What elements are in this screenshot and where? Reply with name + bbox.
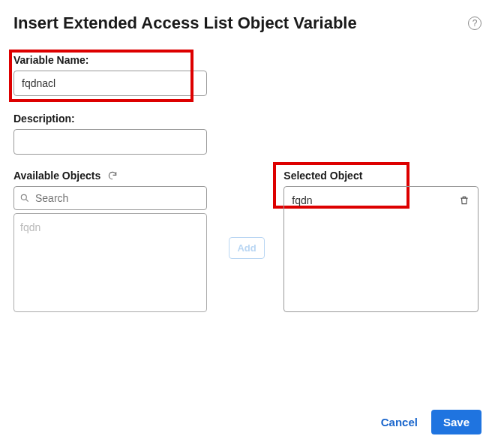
page-title: Insert Extended Access List Object Varia…	[14, 14, 357, 33]
variable-name-label: Variable Name:	[14, 54, 482, 66]
svg-line-1	[26, 200, 28, 202]
description-input[interactable]	[14, 129, 207, 155]
cancel-button[interactable]: Cancel	[381, 416, 418, 428]
reload-icon[interactable]	[106, 170, 118, 182]
add-button[interactable]: Add	[229, 237, 264, 259]
list-item[interactable]: fqdn	[20, 220, 200, 235]
search-icon	[20, 193, 30, 203]
selected-object-label: Selected Object	[284, 170, 482, 182]
available-objects-list[interactable]: fqdn	[14, 213, 207, 312]
variable-name-input[interactable]	[14, 71, 207, 96]
selected-item: fqdn	[292, 194, 470, 206]
save-button[interactable]: Save	[431, 410, 482, 434]
description-label: Description:	[14, 113, 482, 125]
help-icon[interactable]: ?	[468, 17, 482, 30]
search-input[interactable]	[14, 186, 207, 210]
selected-item-text: fqdn	[292, 194, 312, 206]
svg-point-0	[21, 194, 26, 200]
trash-icon[interactable]	[458, 194, 470, 206]
available-objects-label: Available Objects	[14, 170, 100, 182]
selected-object-box: fqdn	[284, 186, 478, 312]
